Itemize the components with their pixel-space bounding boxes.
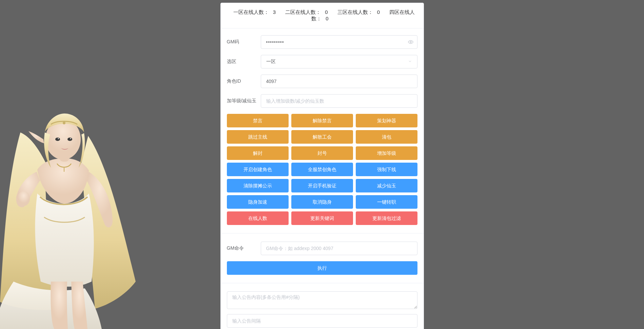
update-keywords-button[interactable]: 更新关键词 [291,211,353,225]
background-character-art [0,92,146,329]
ban-button[interactable]: 封号 [291,146,353,160]
svg-point-0 [18,191,30,206]
svg-point-7 [63,122,65,124]
clear-bag-button[interactable]: 清包 [356,130,417,144]
zone2-stat: 二区在线人数：0 [283,9,330,15]
unmute-button[interactable]: 解除禁言 [291,114,353,127]
gm-cmd-label: GM命令 [227,245,261,251]
svg-point-6 [70,138,71,139]
svg-point-2 [45,119,81,160]
enable-phone-verify-button[interactable]: 开启手机验证 [291,179,353,192]
level-label: 加等级/减仙玉 [227,98,261,104]
disband-guild-button[interactable]: 解散工会 [291,130,353,144]
gm-cmd-input[interactable] [261,242,417,255]
force-offline-button[interactable]: 强制下线 [356,163,417,176]
action-button-grid: 禁言 解除禁言 策划神器 跳过主线 解散工会 清包 解封 封号 增加等级 开启创… [227,114,417,225]
zone-select[interactable]: 一区 [261,55,417,68]
gm-code-input[interactable] [261,35,417,49]
role-id-input[interactable] [261,75,417,88]
online-stats-bar: 一区在线人数：3 二区在线人数：0 三区在线人数：0 四区在线人数：0 [221,3,424,28]
chevron-down-icon [408,59,412,64]
mute-button[interactable]: 禁言 [227,114,289,127]
role-id-label: 角色ID [227,78,261,84]
announce-content-textarea[interactable] [227,291,417,309]
one-key-jobchange-button[interactable]: 一键转职 [356,195,417,209]
unban-button[interactable]: 解封 [227,146,289,160]
skip-mainline-button[interactable]: 跳过主线 [227,130,289,144]
gm-code-label: GM码 [227,39,261,45]
clear-stall-notice-button[interactable]: 清除摆摊公示 [227,179,289,192]
divider [221,233,424,233]
zone-label: 选区 [227,59,261,65]
announce-interval-input[interactable] [227,314,417,328]
disable-create-role-button[interactable]: 全服禁创角色 [291,163,353,176]
svg-point-4 [67,138,72,141]
admin-panel-card: 一区在线人数：3 二区在线人数：0 三区在线人数：0 四区在线人数：0 GM码 … [220,3,424,329]
level-input[interactable] [261,94,417,108]
svg-rect-1 [60,151,69,162]
execute-button[interactable]: 执行 [227,261,417,275]
planner-artifact-button[interactable]: 策划神器 [356,114,417,127]
reduce-jade-button[interactable]: 减少仙玉 [356,179,417,192]
svg-point-3 [55,138,60,141]
add-level-button[interactable]: 增加等级 [356,146,417,160]
cancel-stealth-button[interactable]: 取消隐身 [291,195,353,209]
online-count-button[interactable]: 在线人数 [227,211,289,225]
stealth-speed-button[interactable]: 隐身加速 [227,195,289,209]
divider [221,283,424,283]
zone3-stat: 三区在线人数：0 [335,9,382,15]
enable-create-role-button[interactable]: 开启创建角色 [227,163,289,176]
svg-point-8 [410,41,411,43]
update-clearbag-filter-button[interactable]: 更新清包过滤 [356,211,417,225]
eye-icon[interactable] [407,35,414,49]
zone-select-value: 一区 [266,59,276,65]
svg-point-5 [58,138,59,139]
zone1-stat: 一区在线人数：3 [231,9,278,15]
